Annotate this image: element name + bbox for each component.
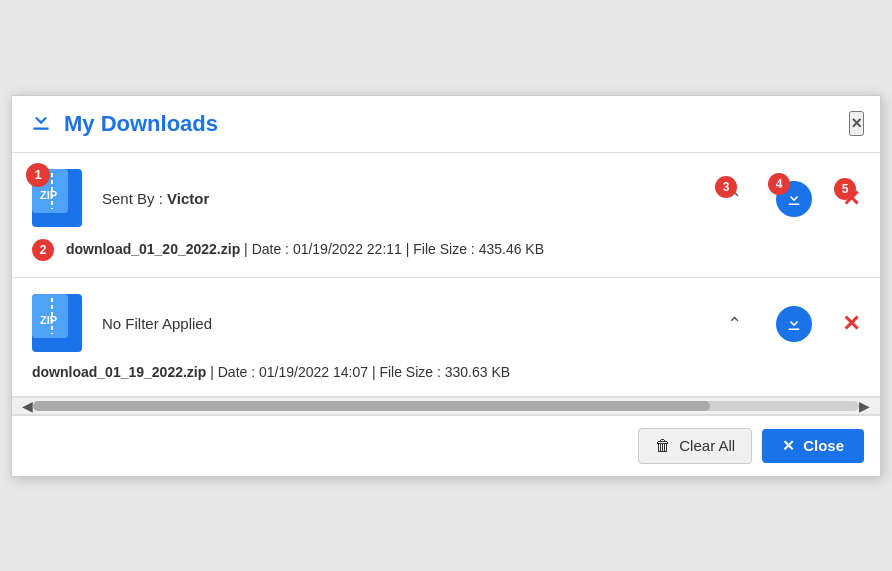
scrollbar-row: ◀ ▶: [12, 397, 880, 415]
scrollbar-thumb[interactable]: [33, 401, 710, 411]
download-item-1: 1 ZIP Sent By : Victor 3 ⌃: [12, 153, 880, 278]
download-item-2: ZIP No Filter Applied ⌃ ✕ downloa: [12, 278, 880, 397]
scrollbar-track[interactable]: [33, 401, 859, 411]
item1-meta-badge: 2: [32, 239, 54, 261]
item1-sent-by: Sent By : Victor: [102, 190, 723, 207]
item1-badge4: 4: [768, 173, 790, 195]
scroll-left-arrow[interactable]: ◀: [22, 398, 33, 414]
clear-all-button[interactable]: 🗑 Clear All: [638, 428, 752, 464]
item2-collapse-button[interactable]: ⌃: [723, 309, 746, 339]
item1-top-row: 1 ZIP Sent By : Victor 3 ⌃: [32, 169, 860, 229]
item2-top-row: ZIP No Filter Applied ⌃ ✕: [32, 294, 860, 354]
item1-action5-wrapper: 5 ✕: [842, 186, 860, 212]
item2-actions: ⌃ ✕: [723, 306, 860, 342]
item2-download-button[interactable]: [776, 306, 812, 342]
scroll-right-arrow[interactable]: ▶: [859, 398, 870, 414]
item2-meta-row: download_01_19_2022.zip | Date : 01/19/2…: [32, 364, 860, 380]
item2-delete-button[interactable]: ✕: [842, 311, 860, 337]
item1-action4-wrapper: 4: [776, 181, 812, 217]
trash-icon: 🗑: [655, 437, 671, 455]
svg-text:ZIP: ZIP: [40, 189, 57, 201]
item1-badge3: 3: [715, 176, 737, 198]
dialog-body: 1 ZIP Sent By : Victor 3 ⌃: [12, 153, 880, 397]
download-header-icon: [28, 108, 54, 140]
item1-number-badge: 1: [26, 163, 50, 187]
item1-icon-wrapper: 1 ZIP: [32, 169, 88, 229]
header-left: My Downloads: [28, 108, 218, 140]
item1-actions: 3 ⌃ 4 5 ✕: [723, 181, 860, 217]
close-x-icon: ✕: [782, 437, 795, 455]
item1-meta-row: 2 download_01_20_2022.zip | Date : 01/19…: [32, 239, 860, 261]
dialog-title: My Downloads: [64, 111, 218, 137]
dialog-header: My Downloads ×: [12, 96, 880, 153]
svg-text:ZIP: ZIP: [40, 314, 57, 326]
item2-sent-by: No Filter Applied: [102, 315, 723, 332]
close-dialog-x-button[interactable]: ×: [849, 111, 864, 136]
clear-all-label: Clear All: [679, 437, 735, 454]
item2-icon-wrapper: ZIP: [32, 294, 88, 354]
downloads-dialog: My Downloads × 1 ZIP Sent By : Vi: [11, 95, 881, 477]
item1-action3-wrapper: 3 ⌃: [723, 184, 746, 214]
close-label: Close: [803, 437, 844, 454]
item1-badge5: 5: [834, 178, 856, 200]
dialog-footer: 🗑 Clear All ✕ Close: [12, 415, 880, 476]
close-button[interactable]: ✕ Close: [762, 429, 864, 463]
